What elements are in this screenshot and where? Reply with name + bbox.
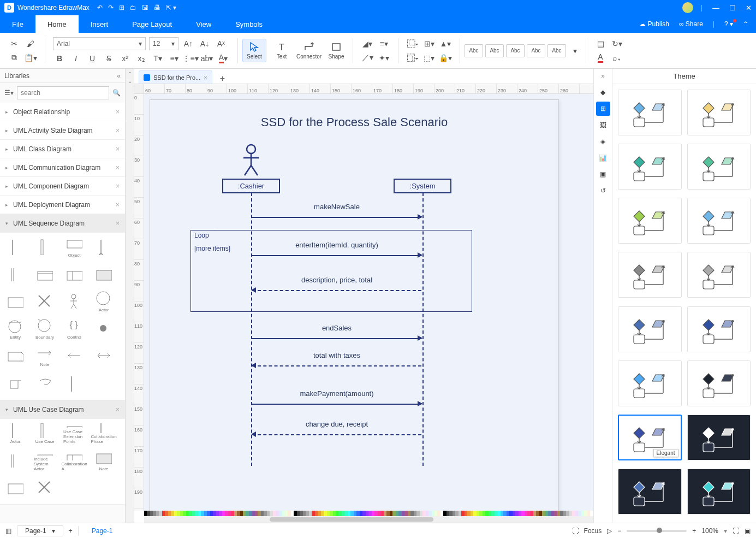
zoom-slider[interactable] — [627, 530, 687, 532]
replace-icon[interactable]: ↻▾ — [610, 38, 623, 50]
theme-tile[interactable] — [687, 306, 751, 352]
layers-panel-icon[interactable]: ◈ — [596, 134, 610, 149]
expand-panel-icon[interactable]: » — [601, 72, 605, 80]
group-icon[interactable]: ⿺▾ — [406, 38, 419, 50]
remove-library-icon[interactable]: × — [116, 145, 120, 153]
library-shape[interactable]: Actor — [93, 291, 115, 312]
libraries-scrollbar[interactable]: ⌃ ⌄ — [126, 69, 134, 523]
theme-tile[interactable] — [687, 469, 751, 515]
system-lifeline-head[interactable]: :System — [394, 179, 451, 193]
msg-description[interactable]: description, price, total — [252, 286, 421, 294]
library-shape[interactable] — [34, 236, 56, 258]
fill-icon[interactable]: ◢▾ — [361, 38, 374, 50]
help-icon[interactable]: ? ▾ — [724, 20, 733, 28]
theme-tile[interactable] — [687, 198, 751, 244]
fill-panel-icon[interactable]: ◆ — [596, 85, 610, 99]
subscript-icon[interactable]: x₂ — [135, 52, 148, 64]
msg-enteritem[interactable]: enterItem(itemId, quantity) — [252, 251, 421, 259]
close-tab-icon[interactable]: × — [204, 74, 207, 81]
menu-file[interactable]: File — [0, 15, 35, 33]
search-icon[interactable]: 🔍 — [112, 89, 121, 97]
save-icon[interactable]: 🖫 — [142, 4, 148, 11]
quick-style-more-icon[interactable]: ▾ — [568, 45, 581, 57]
fit-page-icon[interactable]: ▣ — [745, 527, 751, 535]
image-panel-icon[interactable]: 🖼 — [596, 118, 610, 132]
library-shape[interactable] — [63, 373, 85, 394]
library-category[interactable]: ▸UML Activity State Diagram× — [0, 121, 125, 140]
print-icon[interactable]: 🖶 — [154, 4, 160, 11]
font-color2-icon[interactable]: A — [594, 52, 607, 64]
quick-style-3[interactable]: Abc — [506, 44, 525, 57]
zoom-out-icon[interactable]: − — [617, 527, 621, 535]
library-shape[interactable]: Note — [93, 450, 115, 471]
chart-panel-icon[interactable]: 📊 — [596, 151, 610, 165]
close-icon[interactable]: ✕ — [746, 4, 752, 12]
connector-tool[interactable]: Connector — [297, 39, 321, 62]
library-shape[interactable]: Object — [63, 236, 85, 258]
present-panel-icon[interactable]: ▣ — [596, 167, 610, 181]
library-shape[interactable]: Use Case — [34, 422, 56, 444]
library-shape[interactable] — [93, 263, 115, 285]
page[interactable]: SSD for the Process Sale Scenario :Cashi… — [150, 99, 559, 511]
scroll-up-icon[interactable]: ⌃ — [128, 71, 132, 77]
theme-panel-icon[interactable]: ⊞ — [596, 102, 610, 116]
shape-tool[interactable]: Shape — [324, 39, 348, 62]
page-selector[interactable]: Page-1 ▾ — [17, 525, 63, 536]
canvas[interactable]: 6070809010011012013014015016017018019020… — [134, 84, 593, 523]
remove-library-icon[interactable]: × — [116, 406, 120, 413]
library-shape[interactable] — [34, 263, 56, 285]
theme-tile[interactable] — [618, 252, 682, 298]
color-swatch[interactable] — [590, 511, 593, 516]
menu-insert[interactable]: Insert — [79, 15, 121, 33]
scroll-down-icon[interactable]: ⌄ — [128, 78, 132, 84]
share-button[interactable]: ∞ Share — [679, 20, 703, 28]
remove-library-icon[interactable]: × — [116, 201, 120, 209]
theme-tile[interactable] — [687, 144, 751, 190]
library-shape[interactable] — [63, 263, 85, 285]
redo-icon[interactable]: ↷ — [108, 4, 114, 11]
open-icon[interactable]: 🗀 — [130, 4, 136, 11]
collapse-ribbon-icon[interactable]: ⌃ — [743, 20, 748, 28]
cashier-lifeline-head[interactable]: :Cashier — [222, 179, 280, 193]
msg-makenewsale[interactable]: makeNewSale — [252, 212, 421, 221]
library-shape[interactable]: { }Control — [63, 318, 85, 340]
quick-style-5[interactable]: Abc — [547, 44, 566, 57]
theme-tile[interactable] — [618, 144, 682, 190]
theme-tile[interactable] — [618, 469, 682, 515]
menu-page-layout[interactable]: Page Layout — [120, 15, 184, 33]
library-shape[interactable]: Collaboration Phase — [93, 422, 115, 444]
text-case-icon[interactable]: T▾ — [151, 52, 164, 64]
effects-icon[interactable]: ✦▾ — [377, 52, 390, 64]
library-shape[interactable] — [63, 291, 85, 312]
library-shape[interactable] — [4, 477, 26, 499]
library-shape[interactable]: Include System Actor — [34, 450, 56, 471]
user-avatar[interactable] — [682, 2, 693, 13]
add-tab-icon[interactable]: + — [217, 74, 228, 84]
font-combo[interactable]: Arial▾ — [53, 37, 146, 50]
msg-total-taxes[interactable]: total with taxes — [252, 361, 421, 370]
library-category[interactable]: ▸UML Component Diagram× — [0, 177, 125, 196]
remove-library-icon[interactable]: × — [116, 182, 120, 190]
select-tool[interactable]: Select — [242, 39, 266, 62]
quick-style-4[interactable]: Abc — [527, 44, 545, 57]
remove-library-icon[interactable]: × — [116, 164, 120, 172]
menu-view[interactable]: View — [184, 15, 223, 33]
play-icon[interactable]: ▷ — [607, 527, 612, 535]
publish-button[interactable]: ☁ Publish — [639, 20, 669, 28]
msg-makepayment[interactable]: makePayment(amount) — [252, 399, 421, 408]
history-panel-icon[interactable]: ↺ — [596, 184, 610, 198]
horizontal-scrollbar[interactable] — [144, 516, 593, 523]
remove-library-icon[interactable]: × — [116, 127, 120, 134]
bold-icon[interactable]: B — [53, 52, 66, 64]
theme-tile[interactable] — [687, 360, 751, 406]
library-shape[interactable]: Boundary — [34, 318, 56, 340]
zoom-value[interactable]: 100% — [701, 527, 718, 535]
msg-endsales[interactable]: endSales — [252, 334, 421, 342]
library-category[interactable]: ▸UML Class Diagram× — [0, 140, 125, 158]
increase-font-icon[interactable]: A↑ — [182, 38, 195, 50]
cut-icon[interactable]: ✂ — [8, 38, 21, 50]
quick-style-2[interactable]: Abc — [485, 44, 504, 57]
strike-icon[interactable]: S̶ — [102, 52, 115, 64]
theme-tile[interactable] — [687, 90, 751, 135]
clear-format-icon[interactable]: Aᵡ — [215, 38, 228, 50]
